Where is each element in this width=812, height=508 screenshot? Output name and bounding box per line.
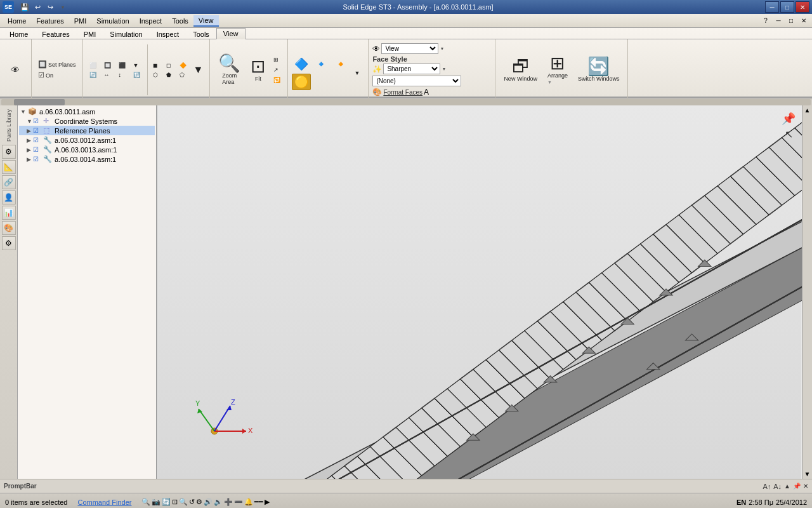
part1-expand[interactable]: ▶ (27, 137, 33, 144)
switch-windows-button[interactable]: 🔄 Switch Windows (573, 55, 624, 84)
sidebar-btn-3[interactable]: 🔗 (2, 175, 16, 189)
font-inc-btn[interactable]: A↑ (763, 483, 771, 490)
part2-expand[interactable]: ▶ (27, 147, 33, 153)
sidebar-btn-5[interactable]: 📊 (2, 206, 16, 220)
cf-btn-3[interactable]: 🔄 (162, 498, 171, 506)
minimize-button[interactable]: ─ (765, 1, 779, 13)
bookmark-icon[interactable]: 📌 (782, 112, 796, 126)
cf-btn-6[interactable]: ↺ (189, 498, 195, 506)
shape-btn-1[interactable]: ◼ (150, 61, 163, 70)
tab-tools[interactable]: Tools (186, 29, 216, 39)
sidebar-btn-4[interactable]: 👤 (2, 190, 16, 204)
tab-view[interactable]: View (216, 28, 246, 39)
tree-item-part2[interactable]: ▶ ☑ 🔧 A.06.03.0013.asm:1 (19, 145, 155, 154)
face-style-select[interactable]: (None) (372, 76, 461, 86)
undo-button[interactable]: ↩ (32, 1, 43, 13)
cf-btn-4[interactable]: ⊡ (172, 498, 178, 506)
3d-btn-1[interactable]: 🔷 (292, 56, 311, 72)
ribbon-minimize-button[interactable]: ─ (773, 15, 784, 27)
tree-item-coord[interactable]: ▼ ☑ ✛ Coordinate Systems (19, 116, 155, 126)
menu-tools[interactable]: Tools (167, 16, 193, 26)
sharpen-select[interactable]: Sharpen (383, 64, 440, 74)
cf-slider[interactable]: ━━ (254, 498, 263, 506)
part3-expand[interactable]: ▶ (27, 156, 33, 163)
view-btn-7[interactable]: 🔃 (131, 70, 145, 79)
view-dropdown[interactable]: ▼ (131, 61, 143, 70)
ribbon-close-button[interactable]: ✕ (798, 15, 809, 27)
fit-button[interactable]: ⊡ Fit (246, 55, 270, 84)
command-finder-label[interactable]: Command Finder (77, 498, 131, 506)
cf-btn-13[interactable]: ▶ (265, 498, 270, 506)
ribbon-restore-button[interactable]: □ (785, 15, 797, 27)
on-button[interactable]: ☑ On (36, 70, 79, 80)
shape-btn-2[interactable]: ◻ (164, 61, 176, 70)
prompt-pin-btn[interactable]: 📌 (793, 483, 801, 490)
right-scroll-down[interactable]: ▼ (804, 471, 811, 478)
view-btn-1[interactable]: ⬜ (87, 61, 101, 70)
tab-features[interactable]: Features (35, 29, 76, 39)
view-btn-3[interactable]: ⬛ (116, 61, 130, 70)
refplanes-expand[interactable]: ▶ (27, 128, 33, 134)
menu-home[interactable]: Home (3, 16, 31, 26)
prompt-close-btn[interactable]: ✕ (803, 483, 808, 490)
scroll-thumb[interactable] (14, 99, 65, 105)
maximize-button[interactable]: □ (780, 1, 794, 13)
save-button[interactable]: 💾 (19, 1, 30, 13)
set-planes-button[interactable]: 🔲 Set Planes (36, 60, 79, 69)
menu-features[interactable]: Features (31, 16, 69, 26)
menu-pmi[interactable]: PMI (69, 16, 92, 26)
cf-btn-10[interactable]: ➕ (224, 498, 233, 506)
3d-btn-2[interactable]: 🔹 (311, 56, 331, 72)
orient-btn-1[interactable]: ⊞ (271, 55, 284, 64)
tab-inspect[interactable]: Inspect (150, 29, 186, 39)
shape-btn-3[interactable]: 🔶 (177, 61, 190, 70)
3d-btn-4[interactable]: 🟡 (292, 74, 311, 90)
menu-view[interactable]: View (193, 15, 219, 27)
menu-simulation[interactable]: Simulation (91, 16, 134, 26)
tab-simulation[interactable]: Simulation (103, 29, 149, 39)
orient-btn-2[interactable]: ↗ (271, 65, 284, 74)
3d-btn-3[interactable]: 🔸 (331, 56, 350, 72)
coord-expand[interactable]: ▼ (27, 118, 33, 124)
shape-btn-6[interactable]: ⬠ (177, 70, 190, 79)
format-faces-label[interactable]: Format Faces (383, 89, 422, 96)
view-btn-2[interactable]: 🔲 (102, 61, 115, 70)
tree-item-refplanes[interactable]: ▶ ☑ ⬚ Reference Planes (19, 126, 155, 135)
view-btn-5[interactable]: ↔ (102, 70, 115, 79)
part1-check[interactable]: ☑ (33, 137, 42, 144)
coord-check[interactable]: ☑ (33, 117, 42, 124)
view-btn-6[interactable]: ↕ (116, 70, 130, 79)
horizontal-scrollbar[interactable] (0, 98, 812, 105)
tree-item-part1[interactable]: ▶ ☑ 🔧 a.06.03.0012.asm:1 (19, 135, 155, 145)
views-expand-btn[interactable]: ▼ (191, 63, 206, 77)
zoom-area-button[interactable]: 🔍 ZoomArea (214, 52, 245, 88)
tree-item-part3[interactable]: ▶ ☑ 🔧 a.06.03.0014.asm:1 (19, 154, 155, 164)
tab-pmi[interactable]: PMI (77, 29, 103, 39)
viewport[interactable]: X Y Z 📌 ↖ (157, 105, 802, 479)
tab-home[interactable]: Home (3, 29, 35, 39)
show-button[interactable]: 👁 (8, 64, 23, 76)
parts-library-label[interactable]: Parts Library (6, 109, 12, 142)
part3-check[interactable]: ☑ (33, 156, 42, 163)
cf-btn-2[interactable]: 📷 (152, 498, 160, 506)
new-window-button[interactable]: 🗗 New Window (499, 55, 542, 84)
shape-btn-4[interactable]: ⬡ (150, 70, 163, 79)
font-dec-btn[interactable]: A↓ (773, 483, 782, 490)
qat-dropdown[interactable]: ▼ (57, 1, 69, 13)
right-scroll-up[interactable]: ▲ (804, 107, 811, 114)
sidebar-btn-6[interactable]: 🎨 (2, 221, 16, 235)
view-btn-4[interactable]: 🔄 (87, 70, 101, 79)
cf-btn-7[interactable]: ⚙ (196, 498, 202, 506)
menu-inspect[interactable]: Inspect (134, 16, 167, 26)
view-style-select[interactable]: View (381, 43, 438, 54)
sidebar-btn-7[interactable]: ⚙ (2, 236, 16, 250)
cf-btn-5[interactable]: 🔍 (179, 498, 188, 506)
cf-btn-8[interactable]: 🔊 (204, 498, 213, 506)
refplanes-check[interactable]: ☑ (33, 127, 42, 134)
cf-btn-1[interactable]: 🔍 (141, 498, 150, 506)
shape-btn-5[interactable]: ⬟ (164, 70, 176, 79)
prompt-up-btn[interactable]: ▲ (784, 483, 790, 490)
tree-root[interactable]: ▼ 📦 a.06.03.0011.asm (19, 107, 155, 116)
root-expand[interactable]: ▼ (20, 109, 27, 115)
close-button[interactable]: ✕ (796, 1, 809, 13)
